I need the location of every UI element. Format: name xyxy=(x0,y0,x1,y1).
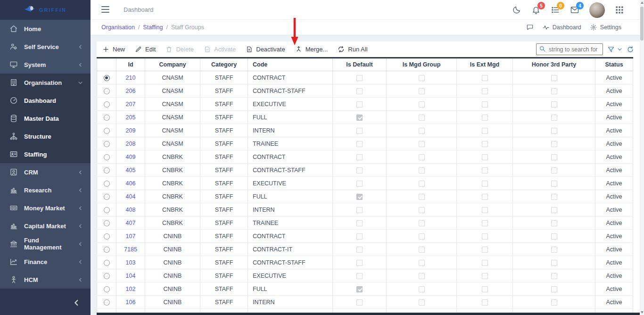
row-radio[interactable] xyxy=(104,273,110,279)
apps-menu-button[interactable] xyxy=(615,5,624,15)
run-all-button[interactable]: Run All xyxy=(338,46,367,53)
id-link[interactable]: 7185 xyxy=(124,246,137,253)
id-link[interactable]: 207 xyxy=(126,101,136,108)
sidebar-item-label: Finance xyxy=(24,258,47,265)
id-link[interactable]: 406 xyxy=(126,180,136,187)
id-link[interactable]: 205 xyxy=(126,114,136,121)
row-radio[interactable] xyxy=(104,75,110,81)
scrollbar-thumb[interactable] xyxy=(640,7,644,41)
sidebar-item-capital-market[interactable]: Capital Market xyxy=(0,217,91,235)
filter-chevron-down-icon[interactable] xyxy=(617,47,622,52)
hamburger-menu-button[interactable] xyxy=(101,6,109,13)
row-radio[interactable] xyxy=(104,181,110,187)
search-input[interactable] xyxy=(536,43,603,55)
is-ext-mgd-checkbox xyxy=(482,101,488,108)
column-header-is-mgd-group[interactable]: Is Mgd Group xyxy=(387,58,457,71)
row-radio[interactable] xyxy=(104,101,110,108)
row-radio[interactable] xyxy=(104,128,110,134)
breadcrumb-staffing[interactable]: Staffing xyxy=(143,24,163,31)
sidebar-item-staffing[interactable]: Staffing xyxy=(0,145,91,163)
scroll-down-arrow[interactable] xyxy=(641,311,644,314)
notifications-badge: 5 xyxy=(537,2,545,9)
row-radio[interactable] xyxy=(104,260,110,266)
row-radio[interactable] xyxy=(104,299,110,306)
id-link[interactable]: 408 xyxy=(126,207,136,213)
sidebar-item-home[interactable]: Home xyxy=(0,20,91,38)
sidebar-item-master-data[interactable]: Master Data xyxy=(0,109,91,127)
sidebar-item-structure[interactable]: Structure xyxy=(0,127,91,145)
is-default-checkbox xyxy=(356,233,363,240)
messages-button[interactable]: 4 xyxy=(570,5,579,15)
sidebar-item-crm[interactable]: CRM xyxy=(0,163,91,181)
column-header-status[interactable]: Status xyxy=(595,58,633,71)
toolbar-button-label: Delete xyxy=(176,46,194,53)
notifications-button[interactable]: 5 xyxy=(531,5,541,15)
row-radio[interactable] xyxy=(104,115,110,121)
is-ext-mgd-checkbox xyxy=(482,194,488,200)
sidebar-item-self-service[interactable]: Self Service xyxy=(0,38,91,56)
id-link[interactable]: 404 xyxy=(126,193,136,200)
row-radio[interactable] xyxy=(104,88,110,94)
deactivate-button[interactable]: Deactivate xyxy=(246,46,285,53)
column-header-id[interactable]: Id xyxy=(116,58,145,71)
id-link[interactable]: 103 xyxy=(126,259,136,266)
cell-company: CNASM xyxy=(145,111,200,124)
edit-button[interactable]: Edit xyxy=(135,46,156,53)
logo[interactable]: GRIFFIN xyxy=(0,0,91,20)
sidebar-group-organisation: OrganisationDashboardMaster DataStructur… xyxy=(0,74,91,163)
column-header-is-default[interactable]: Is Default xyxy=(333,58,387,71)
sidebar-item-dashboard[interactable]: Dashboard xyxy=(0,91,91,109)
column-header-company[interactable]: Company xyxy=(145,58,200,71)
row-radio[interactable] xyxy=(104,286,110,292)
row-radio[interactable] xyxy=(104,220,110,226)
dashboard-link-label: Dashboard xyxy=(553,24,581,31)
id-link[interactable]: 208 xyxy=(126,141,136,147)
sidebar-item-research[interactable]: Research xyxy=(0,181,91,199)
cell-company: CNINB xyxy=(145,243,200,256)
sidebar-item-hcm[interactable]: HCM xyxy=(0,271,91,289)
id-link[interactable]: 104 xyxy=(126,273,136,279)
sidebar-item-organisation[interactable]: Organisation xyxy=(0,74,91,91)
sidebar-item-money-market[interactable]: Money Market xyxy=(0,199,91,217)
sidebar-item-finance[interactable]: Finance xyxy=(0,253,91,271)
column-header-is-ext-mgd[interactable]: Is Ext Mgd xyxy=(457,58,513,71)
sidebar-item-system[interactable]: System xyxy=(0,56,91,74)
quick-chat-button[interactable] xyxy=(526,24,534,31)
table-row: 404CNBRKSTAFFFULLActive xyxy=(97,190,633,203)
breadcrumb-organisation[interactable]: Organisation xyxy=(101,24,135,31)
merge-button[interactable]: Merge... xyxy=(295,46,328,53)
row-radio[interactable] xyxy=(104,194,110,200)
id-link[interactable]: 405 xyxy=(126,167,136,174)
dashboard-link[interactable]: Dashboard xyxy=(542,24,581,31)
sidebar-nav: HomeSelf ServiceSystemOrganisationDashbo… xyxy=(0,20,91,289)
id-link[interactable]: 209 xyxy=(126,127,136,134)
id-link[interactable]: 206 xyxy=(126,88,136,94)
refresh-button[interactable] xyxy=(627,46,634,53)
sidebar-item-fund-management[interactable]: Fund Management xyxy=(0,235,91,253)
avatar[interactable] xyxy=(589,2,605,18)
column-header-category[interactable]: Category xyxy=(200,58,248,71)
tasks-button[interactable]: 0 xyxy=(551,5,560,15)
id-link[interactable]: 210 xyxy=(126,75,136,81)
table-row: 205CNASMSTAFFFULLActive xyxy=(97,111,633,124)
scroll-up-arrow[interactable] xyxy=(641,1,644,4)
new-button[interactable]: New xyxy=(102,46,125,53)
settings-link[interactable]: Settings xyxy=(590,24,621,31)
honor-3rd-party-checkbox xyxy=(551,286,557,292)
row-radio[interactable] xyxy=(104,167,110,174)
id-link[interactable]: 407 xyxy=(126,220,136,226)
dark-mode-toggle[interactable] xyxy=(512,5,521,15)
row-radio[interactable] xyxy=(104,141,110,147)
id-link[interactable]: 102 xyxy=(126,286,136,292)
filter-icon[interactable] xyxy=(607,46,615,53)
id-link[interactable]: 106 xyxy=(126,299,136,306)
id-link[interactable]: 107 xyxy=(126,233,136,240)
column-header-honor-3rd-party[interactable]: Honor 3rd Party xyxy=(513,58,595,71)
row-radio[interactable] xyxy=(104,207,110,213)
row-radio[interactable] xyxy=(104,154,110,160)
column-header-code[interactable]: Code xyxy=(248,58,333,71)
row-radio[interactable] xyxy=(104,247,110,253)
id-link[interactable]: 409 xyxy=(126,154,136,160)
sidebar-collapse-button[interactable] xyxy=(73,299,80,307)
row-radio[interactable] xyxy=(104,233,110,240)
